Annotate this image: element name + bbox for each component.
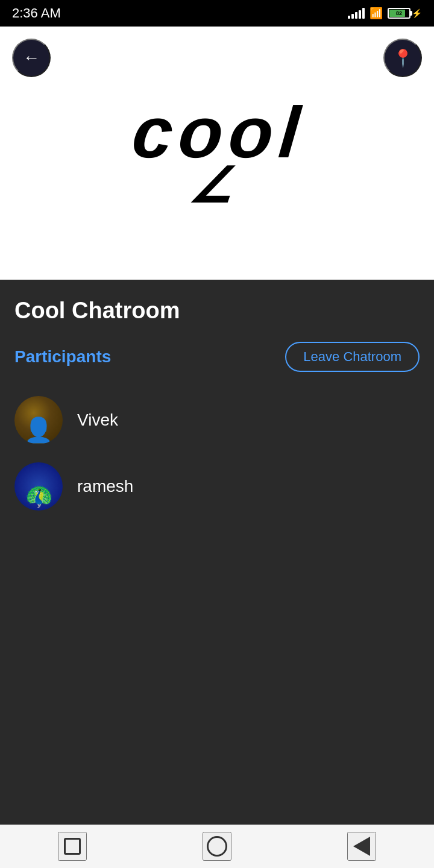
bottom-navigation bbox=[0, 825, 434, 868]
back-arrow-icon: ← bbox=[23, 48, 40, 68]
circle-icon bbox=[207, 836, 227, 857]
participants-header: Participants Leave Chatroom bbox=[14, 342, 420, 372]
back-triangle-icon bbox=[353, 837, 370, 856]
list-item: Vivek bbox=[14, 390, 420, 450]
square-nav-button[interactable] bbox=[58, 832, 87, 861]
participant-name: Vivek bbox=[77, 410, 118, 430]
home-nav-button[interactable] bbox=[203, 832, 231, 861]
participants-label: Participants bbox=[14, 347, 111, 366]
wifi-icon: 📶 bbox=[370, 7, 383, 20]
battery-indicator: 82 ⚡ bbox=[388, 8, 422, 19]
signal-icon bbox=[348, 8, 365, 19]
location-button[interactable]: 📍 bbox=[383, 39, 422, 77]
participant-list: Vivek ramesh bbox=[14, 390, 420, 517]
avatar bbox=[14, 396, 63, 444]
charging-icon: ⚡ bbox=[412, 8, 422, 18]
status-icons: 📶 82 ⚡ bbox=[348, 7, 422, 20]
back-button[interactable]: ← bbox=[12, 39, 51, 77]
location-pin-icon: 📍 bbox=[392, 48, 414, 68]
logo-text: cool∠ bbox=[125, 96, 308, 210]
avatar bbox=[14, 462, 63, 511]
chatroom-title: Cool Chatroom bbox=[14, 298, 420, 324]
main-content: Cool Chatroom Participants Leave Chatroo… bbox=[0, 280, 434, 825]
leave-chatroom-button[interactable]: Leave Chatroom bbox=[285, 342, 420, 372]
square-icon bbox=[64, 838, 81, 855]
back-nav-button[interactable] bbox=[347, 832, 376, 861]
status-time: 2:36 AM bbox=[12, 5, 61, 21]
status-bar: 2:36 AM 📶 82 ⚡ bbox=[0, 0, 434, 27]
chatroom-logo: cool∠ bbox=[131, 96, 304, 210]
list-item: ramesh bbox=[14, 456, 420, 517]
header-image-area: ← cool∠ 📍 bbox=[0, 27, 434, 280]
participant-name: ramesh bbox=[77, 477, 133, 496]
